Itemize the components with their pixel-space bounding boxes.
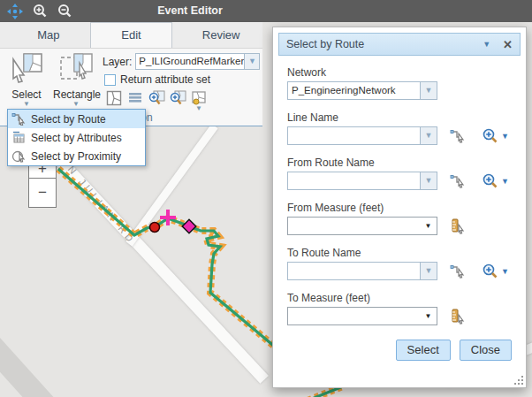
polygon-select-icon[interactable] [104,88,124,108]
to-route-zoom-caret[interactable]: ▼ [501,267,509,276]
menu-item-label: Select by Proximity [31,150,121,163]
network-dropdown-caret[interactable]: ▼ [420,82,437,99]
network-dropdown-value: P_EngineeringNetwork [288,82,420,99]
panel-body: Network P_EngineeringNetwork ▼ Line Name… [278,56,521,325]
layer-dropdown[interactable]: P_ILIGroundRefMarkers ▼ [135,53,260,70]
zoom-in-icon[interactable] [30,3,49,20]
panel-title: Select by Route [286,38,483,50]
return-attribute-set-checkbox[interactable] [104,74,116,86]
panel-close-icon[interactable]: ✕ [503,38,513,51]
route-cursor-icon [11,112,27,126]
panel-collapse-caret-icon[interactable]: ▼ [483,40,490,49]
rectangle-tool-button[interactable]: Rectangle ▼ [53,52,99,108]
select-by-route-panel: Select by Route ▼ ✕ Network P_Engineerin… [272,27,527,388]
tab-review[interactable]: Review [179,22,262,48]
network-label: Network [287,66,521,79]
from-measure-ruler-picker-icon[interactable] [450,218,467,234]
to-route-dropdown-caret[interactable]: ▼ [420,263,437,279]
layer-dropdown-value: P_ILIGroundRefMarkers [136,54,244,69]
to-measure-ruler-picker-icon[interactable] [450,309,467,324]
from-route-field-group: From Route Name ▼ [287,157,521,190]
menu-item-label: Select by Attributes [31,132,122,144]
from-measure-caret[interactable]: ▼ [420,218,437,234]
layer-dropdown-caret[interactable]: ▼ [244,54,259,69]
return-attribute-set-label: Return attribute set [120,73,210,86]
to-route-label: To Route Name [287,247,521,259]
line-name-map-picker-icon[interactable] [450,128,467,143]
menu-item-select-by-attributes[interactable]: Select by Attributes [8,128,145,147]
select-tool-label: Select [4,88,49,101]
to-measure-field-group: To Measure (feet) ▼ [287,292,521,325]
line-name-field-group: Line Name ▼ [287,111,521,145]
from-route-label: From Route Name [287,157,521,169]
event-editor-window: N JULIAN RD + − [0,0,532,397]
to-measure-combo[interactable]: ▼ [287,307,437,325]
to-measure-value [288,308,420,324]
network-field-group: Network P_EngineeringNetwork ▼ [287,66,521,100]
line-name-zoom-icon[interactable]: ▼ [483,128,509,143]
attribute-list-icon[interactable] [125,88,145,108]
to-route-field-group: To Route Name ▼ [287,247,521,280]
titlebar: Event Editor [0,0,532,22]
select-tool-dropdown-caret[interactable]: ▼ [4,101,49,108]
menu-item-label: Select by Route [31,113,106,126]
to-measure-caret[interactable]: ▼ [420,308,437,324]
rectangle-tool-label: Rectangle [53,88,99,101]
to-route-zoom-icon[interactable]: ▼ [483,263,509,279]
line-name-dropdown-value [288,127,420,144]
rectangle-tool-dropdown-caret[interactable]: ▼ [53,101,99,108]
zoom-to-selection-icon[interactable] [147,88,166,108]
from-measure-label: From Measure (feet) [287,202,521,214]
line-name-label: Line Name [287,111,521,124]
proximity-cursor-icon [11,149,27,163]
tab-bar: Map Edit Review [0,22,262,49]
zoom-out-icon[interactable] [55,3,74,20]
from-route-zoom-icon[interactable]: ▼ [483,173,509,188]
pan-icon[interactable] [5,3,25,20]
panel-button-row: Select Close [387,340,512,361]
select-tool-button[interactable]: Select ▼ [4,52,49,108]
layer-row: Layer: P_ILIGroundRefMarkers ▼ [103,53,260,70]
close-button[interactable]: Close [460,340,512,361]
return-attribute-set-row[interactable]: Return attribute set [104,73,210,86]
select-button[interactable]: Select [396,340,451,361]
from-route-zoom-caret[interactable]: ▼ [501,177,509,186]
zoom-to-selection-icon[interactable] [168,88,187,108]
from-measure-value [288,218,420,234]
rectangle-tool-icon [58,52,94,84]
from-measure-combo[interactable]: ▼ [287,217,437,235]
to-measure-label: To Measure (feet) [287,292,521,304]
select-dropdown-menu: Select by Route Select by Attributes S [7,109,146,166]
line-name-dropdown[interactable]: ▼ [287,126,437,145]
line-name-dropdown-caret[interactable]: ▼ [420,127,437,144]
from-route-dropdown-value [288,172,420,189]
event-point-red [150,223,160,233]
panel-header[interactable]: Select by Route ▼ ✕ [278,33,521,56]
panel-resize-grip[interactable] [514,376,523,385]
from-route-dropdown-caret[interactable]: ▼ [420,172,437,189]
to-route-dropdown[interactable]: ▼ [287,262,437,280]
map-zoom-out-button[interactable]: − [29,178,56,207]
tab-map[interactable]: Map [7,22,90,48]
from-route-dropdown[interactable]: ▼ [287,172,437,190]
line-name-zoom-caret[interactable]: ▼ [501,132,509,141]
to-route-dropdown-value [288,263,420,279]
table-cursor-icon [11,131,27,144]
tab-edit[interactable]: Edit [90,22,173,48]
select-tool-icon [10,52,43,84]
from-route-map-picker-icon[interactable] [450,173,467,188]
to-route-map-picker-icon[interactable] [450,263,467,279]
menu-item-select-by-route[interactable]: Select by Route [8,110,145,128]
layer-label: Layer: [103,56,132,68]
network-dropdown[interactable]: P_EngineeringNetwork ▼ [287,81,437,100]
from-measure-field-group: From Measure (feet) ▼ [287,202,521,235]
menu-item-select-by-proximity[interactable]: Select by Proximity [8,147,145,165]
map-zoom-control: + − [28,159,57,208]
